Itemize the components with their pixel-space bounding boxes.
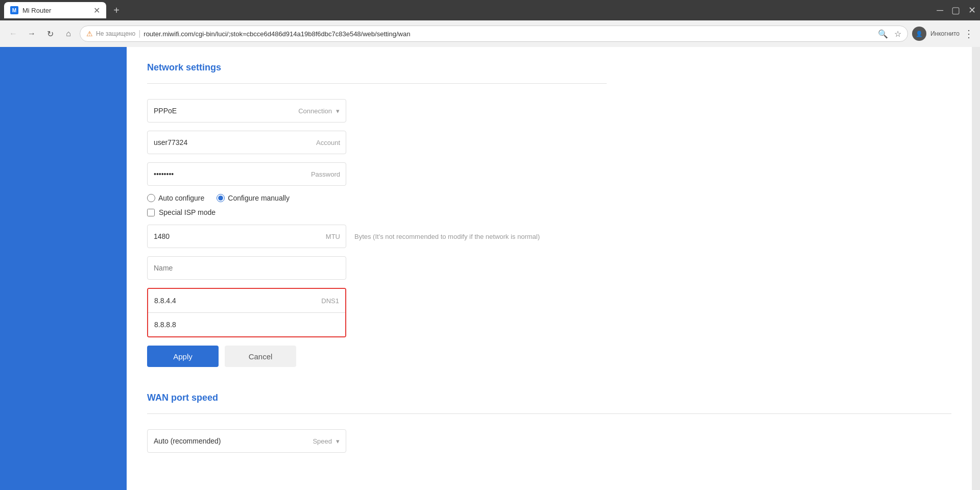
dns2-field xyxy=(148,313,345,336)
password-row: Password xyxy=(147,162,607,186)
reload-button[interactable]: ↻ xyxy=(43,27,57,41)
connection-type-label: Connection ▾ xyxy=(298,107,340,115)
address-bar-row: ← → ↻ ⌂ ⚠ Не защищено | router.miwifi.co… xyxy=(0,20,980,47)
main-layout: Network settings PPPoE Connection ▾ Acco… xyxy=(0,47,980,490)
tab-favicon: M xyxy=(10,6,18,14)
forward-button[interactable]: → xyxy=(25,27,39,41)
special-isp-label: Special ISP mode xyxy=(159,208,216,216)
profile-button[interactable]: 👤 xyxy=(912,27,926,41)
maximize-button[interactable]: ▢ xyxy=(951,5,960,16)
account-row: Account xyxy=(147,131,607,154)
apply-button[interactable]: Apply xyxy=(147,346,219,367)
search-icon[interactable]: 🔍 xyxy=(878,29,888,39)
browser-menu-button[interactable]: ⋮ xyxy=(964,28,974,40)
auto-configure-label: Auto configure xyxy=(158,194,204,202)
connection-type-dropdown[interactable]: PPPoE Connection ▾ xyxy=(147,99,346,122)
network-settings-section: Network settings PPPoE Connection ▾ Acco… xyxy=(147,62,607,367)
dns2-input[interactable] xyxy=(148,313,345,336)
auto-configure-option[interactable]: Auto configure xyxy=(147,194,204,202)
close-button[interactable]: ✕ xyxy=(968,5,976,16)
account-input[interactable] xyxy=(147,131,346,154)
dns1-field: DNS1 xyxy=(148,289,345,313)
wan-speed-label-wrap: Speed ▾ xyxy=(313,437,340,445)
wan-port-speed-section: WAN port speed Auto (recommended) Speed … xyxy=(147,393,951,453)
url-text: router.miwifi.com/cgi-bin/luci/;stok=cbc… xyxy=(144,30,875,38)
back-button[interactable]: ← xyxy=(6,27,20,41)
tab-close-button[interactable]: ✕ xyxy=(93,6,100,15)
dns-config-radio-row: Auto configure Configure manually xyxy=(147,194,607,202)
profile-icon: 👤 xyxy=(916,31,923,37)
incognito-label: Инкогнито xyxy=(930,30,960,37)
bookmark-icon[interactable]: ☆ xyxy=(894,29,901,39)
mtu-hint: Bytes (It's not recommended to modify if… xyxy=(354,233,540,240)
content-area: Network settings PPPoE Connection ▾ Acco… xyxy=(127,47,972,490)
wan-port-speed-title: WAN port speed xyxy=(147,393,951,403)
name-input[interactable] xyxy=(147,256,346,280)
name-field-wrap xyxy=(147,256,346,280)
mtu-input[interactable] xyxy=(147,225,346,248)
mtu-field-wrap: MTU xyxy=(147,225,346,248)
separator: | xyxy=(138,29,140,38)
configure-manually-radio[interactable] xyxy=(217,194,225,202)
browser-controls-right: ─ ▢ ✕ xyxy=(937,5,976,16)
tab-title: Mi Router xyxy=(22,7,89,14)
section-divider xyxy=(147,83,607,84)
chevron-down-icon: ▾ xyxy=(336,107,340,115)
browser-tab[interactable]: M Mi Router ✕ xyxy=(4,2,106,18)
account-field-wrap: Account xyxy=(147,131,346,154)
special-isp-row: Special ISP mode xyxy=(147,208,607,216)
address-bar-right: 🔍 ☆ xyxy=(878,29,901,39)
configure-manually-option[interactable]: Configure manually xyxy=(217,194,290,202)
auto-configure-radio[interactable] xyxy=(147,194,155,202)
dns1-input[interactable] xyxy=(148,289,345,312)
security-label: Не защищено xyxy=(96,30,135,37)
security-icon: ⚠ xyxy=(86,30,93,38)
wan-section-divider xyxy=(147,413,951,414)
wan-speed-dropdown[interactable]: Auto (recommended) Speed ▾ xyxy=(147,429,346,453)
password-input[interactable] xyxy=(147,162,346,186)
wan-speed-chevron-icon: ▾ xyxy=(336,437,340,445)
new-tab-button[interactable]: + xyxy=(109,3,124,17)
scrollbar-area xyxy=(972,47,980,490)
browser-chrome: M Mi Router ✕ + ─ ▢ ✕ xyxy=(0,0,980,20)
minimize-button[interactable]: ─ xyxy=(937,5,943,16)
connection-type-value: PPPoE xyxy=(154,107,177,115)
sidebar xyxy=(0,47,127,490)
button-row: Apply Cancel xyxy=(147,346,607,367)
mtu-row: MTU Bytes (It's not recommended to modif… xyxy=(147,225,607,248)
password-field-wrap: Password xyxy=(147,162,346,186)
special-isp-checkbox[interactable] xyxy=(147,209,155,216)
cancel-button[interactable]: Cancel xyxy=(225,346,296,367)
dns-section: DNS1 xyxy=(147,288,346,337)
configure-manually-label: Configure manually xyxy=(228,194,290,202)
home-button[interactable]: ⌂ xyxy=(61,27,76,41)
wan-speed-value: Auto (recommended) xyxy=(154,437,221,445)
address-bar[interactable]: ⚠ Не защищено | router.miwifi.com/cgi-bi… xyxy=(80,26,908,42)
network-settings-title: Network settings xyxy=(147,62,607,73)
